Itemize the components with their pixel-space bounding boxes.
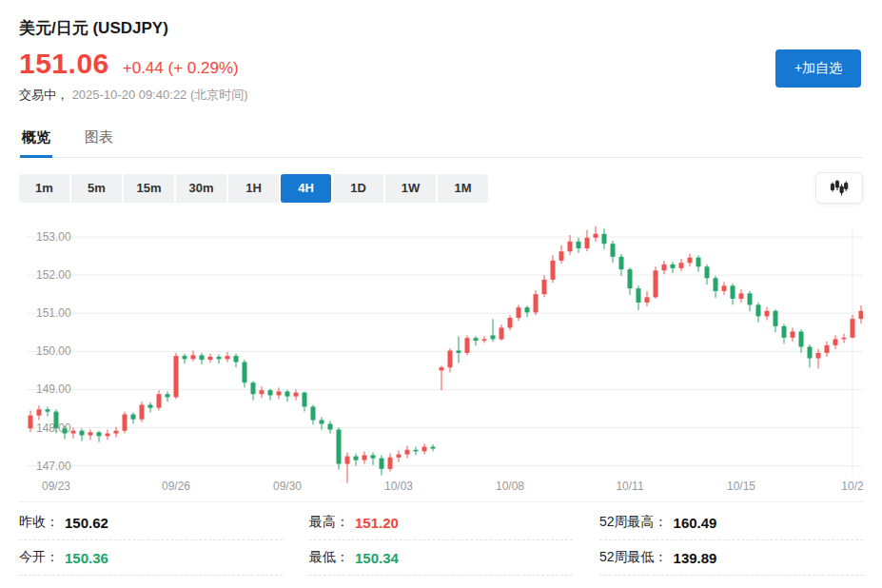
stats-column-1: 昨收： 150.62 今开： 150.36 (19, 505, 283, 576)
last-price: 151.06 (19, 48, 109, 80)
candles (29, 226, 864, 483)
svg-text:151.00: 151.00 (36, 306, 71, 320)
gridlines (27, 227, 862, 475)
svg-text:153.00: 153.00 (36, 230, 71, 244)
interval-1m[interactable]: 1m (19, 174, 69, 203)
stat-label: 52周最高： (599, 514, 668, 531)
interval-toolbar: 1m5m15m30m1H4H1D1W1M (19, 174, 488, 203)
svg-text:147.00: 147.00 (36, 460, 71, 473)
stat-label: 昨收： (19, 514, 59, 531)
quote-stats: 昨收： 150.62 今开： 150.36 最高： 151.20 最低： 150… (19, 505, 863, 576)
stats-column-2: 最高： 151.20 最低： 150.34 (309, 505, 573, 576)
svg-text:149.00: 149.00 (36, 382, 71, 396)
stats-column-3: 52周最高： 160.49 52周最低： 139.89 (599, 505, 863, 576)
candlestick-chart-icon (829, 179, 850, 197)
chart-area: 153.00152.00151.00150.00149.00148.00147.… (19, 216, 863, 502)
trading-status: 交易中， 2025-10-20 09:40:22 (北京时间) (19, 87, 863, 104)
stat-label: 52周最低： (599, 549, 668, 566)
interval-15m[interactable]: 15m (124, 174, 174, 203)
interval-4H-active[interactable]: 4H (281, 174, 331, 203)
stat-today-open: 今开： 150.36 (19, 540, 283, 576)
stat-value: 139.89 (674, 550, 717, 566)
stat-52wk-high: 52周最高： 160.49 (599, 505, 863, 540)
svg-text:09/30: 09/30 (273, 480, 302, 493)
svg-text:09/23: 09/23 (42, 480, 70, 493)
svg-text:10/15: 10/15 (727, 480, 755, 493)
interval-1H[interactable]: 1H (228, 174, 279, 203)
tab-chart[interactable]: 图表 (83, 120, 115, 157)
interval-1D[interactable]: 1D (333, 174, 383, 203)
stat-value: 160.49 (674, 515, 717, 531)
tab-bar: 概览 图表 (19, 120, 863, 158)
stat-value: 151.20 (355, 515, 399, 531)
price-row: 151.06 +0.44 (+ 0.29%) (19, 48, 863, 80)
y-axis-labels: 153.00152.00151.00150.00149.00148.00147.… (36, 230, 71, 473)
x-axis-labels: 09/2309/2609/3010/0310/0810/1110/1510/2 (42, 480, 863, 493)
svg-text:10/03: 10/03 (384, 480, 413, 493)
interval-1W[interactable]: 1W (385, 174, 436, 203)
chart-toolbar: 1m5m15m30m1H4H1D1W1M (19, 172, 863, 204)
stat-prev-close: 昨收： 150.62 (19, 505, 283, 540)
stat-52wk-low: 52周最低： 139.89 (599, 540, 863, 576)
interval-30m[interactable]: 30m (176, 174, 226, 203)
stat-value: 150.36 (65, 550, 108, 566)
stat-label: 今开： (19, 549, 59, 566)
stat-day-low: 最低： 150.34 (309, 540, 573, 576)
svg-text:10/11: 10/11 (616, 480, 643, 493)
svg-text:10/08: 10/08 (496, 480, 524, 493)
svg-text:10/2: 10/2 (841, 480, 863, 493)
quote-page: 美元/日元 (USDJPY) 151.06 +0.44 (+ 0.29%) 交易… (0, 0, 882, 588)
price-change: +0.44 (+ 0.29%) (123, 59, 239, 78)
stat-label: 最低： (309, 549, 349, 566)
candlestick-chart[interactable]: 153.00152.00151.00150.00149.00148.00147.… (19, 216, 863, 501)
status-label: 交易中， (19, 88, 69, 102)
quote-timezone: (北京时间) (190, 88, 248, 102)
svg-text:09/26: 09/26 (162, 480, 190, 493)
svg-text:150.00: 150.00 (36, 344, 71, 358)
interval-5m[interactable]: 5m (71, 174, 122, 203)
stat-day-high: 最高： 151.20 (309, 505, 573, 540)
tab-overview[interactable]: 概览 (20, 120, 52, 158)
svg-text:152.00: 152.00 (36, 268, 71, 282)
stat-value: 150.62 (65, 515, 108, 531)
add-watchlist-button[interactable]: +加自选 (775, 49, 861, 88)
stat-value: 150.34 (355, 550, 399, 566)
stat-label: 最高： (309, 514, 349, 531)
page-title: 美元/日元 (USDJPY) (19, 17, 863, 39)
interval-1M[interactable]: 1M (438, 174, 488, 203)
chart-type-button[interactable] (815, 172, 863, 204)
quote-timestamp: 2025-10-20 09:40:22 (72, 88, 187, 102)
